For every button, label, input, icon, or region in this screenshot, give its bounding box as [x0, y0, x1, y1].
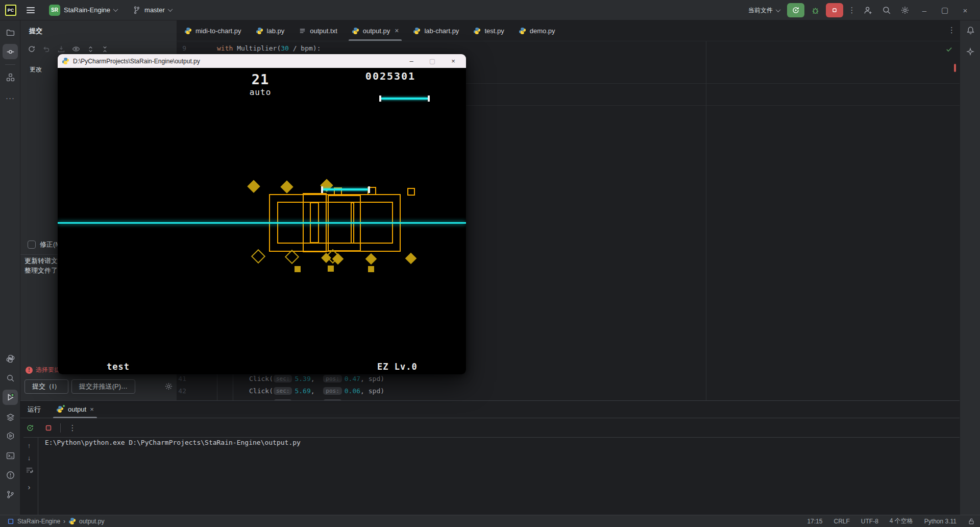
- run-panel-title: 运行: [20, 405, 50, 414]
- project-name: StaRain-Engine: [64, 6, 110, 14]
- more-toolwindows-button[interactable]: ···: [3, 90, 18, 105]
- run-options-kebab[interactable]: ⋮: [66, 421, 79, 435]
- collapse-all-icon[interactable]: [101, 45, 109, 53]
- lock-open-icon[interactable]: [968, 518, 975, 525]
- search-everywhere-button[interactable]: [879, 3, 894, 17]
- run-tab-label: output: [68, 405, 86, 413]
- status-breadcrumb: StaRain-Engine › output.py: [0, 517, 104, 525]
- project-widget[interactable]: SR StaRain-Engine: [45, 3, 121, 18]
- expand-all-icon[interactable]: [87, 45, 94, 53]
- right-toolwindow-stripe: [960, 20, 980, 515]
- debug-button[interactable]: [807, 3, 823, 17]
- settings-gear-icon[interactable]: [897, 3, 913, 17]
- window-close-button[interactable]: ×: [957, 2, 974, 19]
- ai-assistant-toolwindow-button[interactable]: [963, 44, 978, 59]
- game-minimize-button[interactable]: –: [403, 55, 420, 67]
- window-minimize-button[interactable]: –: [916, 2, 933, 19]
- status-interpreter[interactable]: Python 3.11: [924, 518, 957, 525]
- run-tab-output[interactable]: output ×: [50, 401, 100, 418]
- note-square-filled: [368, 266, 374, 272]
- pycharm-window: PC SR StaRain-Engine master 当前文件: [0, 0, 980, 527]
- game-maximize-button[interactable]: ▢: [424, 55, 441, 67]
- preview-diff-eye-icon[interactable]: [72, 45, 80, 53]
- status-time: 17:15: [807, 518, 822, 525]
- amend-checkbox[interactable]: [28, 241, 36, 249]
- run-tab-close-icon[interactable]: ×: [90, 405, 94, 413]
- changes-section-label[interactable]: 更改: [30, 65, 42, 74]
- commit-toolwindow-button[interactable]: [3, 44, 18, 59]
- console-output-line: E:\Python\python.exe D:\PyCharmProjects\…: [45, 439, 301, 446]
- find-toolwindow-button[interactable]: [3, 370, 18, 386]
- status-indent[interactable]: 4 个空格: [890, 517, 913, 525]
- run-config-selector[interactable]: 当前文件: [744, 4, 784, 17]
- commit-button[interactable]: 提交（I）: [24, 379, 68, 394]
- tab-close-icon[interactable]: ×: [395, 27, 399, 35]
- vcs-widget[interactable]: master: [129, 4, 176, 16]
- rerun-icon[interactable]: [23, 421, 37, 435]
- status-line-ending[interactable]: CRLF: [834, 518, 849, 525]
- tab-output-txt[interactable]: output.txt: [291, 20, 344, 41]
- python-console-toolwindow-button[interactable]: [3, 428, 18, 443]
- tab-lab[interactable]: lab.py: [249, 20, 292, 41]
- scroll-down-icon[interactable]: ↓: [28, 454, 31, 462]
- tab-demo[interactable]: demo.py: [511, 20, 562, 41]
- commit-and-push-button[interactable]: 提交并推送(P)…: [71, 379, 135, 394]
- tab-label: demo.py: [530, 27, 555, 35]
- breadcrumb-file[interactable]: output.py: [79, 518, 104, 525]
- rollback-icon[interactable]: [42, 45, 51, 53]
- note-diamond-outline: [285, 250, 299, 264]
- commit-toolbar: [28, 45, 109, 53]
- stop-process-icon[interactable]: [42, 421, 55, 435]
- python-icon: [256, 27, 263, 35]
- soft-wrap-icon[interactable]: [26, 466, 33, 474]
- running-indicator: [62, 404, 66, 408]
- note-diamond-filled: [247, 180, 260, 193]
- structure-toolwindow-button[interactable]: [3, 69, 18, 85]
- expand-console-chevron[interactable]: ›: [28, 483, 31, 491]
- game-close-button[interactable]: ×: [445, 55, 462, 67]
- version-control-toolwindow-button[interactable]: [3, 487, 18, 502]
- line-number[interactable]: 9: [177, 44, 198, 52]
- run-panel-toolbar: ⋮: [23, 418, 960, 438]
- editor-tab-bar: midi-to-chart.py lab.py output.txt outpu…: [177, 20, 960, 41]
- breadcrumb-project[interactable]: StaRain-Engine: [17, 518, 60, 525]
- chevron-down-icon: [113, 7, 118, 12]
- more-actions-kebab[interactable]: ⋮: [846, 2, 857, 19]
- tab-test[interactable]: test.py: [466, 20, 511, 41]
- code-line-9: 9 with Multiplier(30 / bpm):: [177, 42, 321, 54]
- python-packages-toolwindow-button[interactable]: [3, 351, 18, 366]
- param-hint: pos:: [323, 375, 342, 382]
- inspections-ok-check-icon[interactable]: [945, 45, 953, 53]
- project-toolwindow-button[interactable]: [3, 25, 18, 40]
- tab-lab-chart[interactable]: lab-chart.py: [406, 20, 466, 41]
- scroll-up-icon[interactable]: ↑: [28, 442, 31, 449]
- tab-midi-to-chart[interactable]: midi-to-chart.py: [177, 20, 249, 41]
- code-with-me-button[interactable]: [861, 3, 876, 17]
- run-toolwindow: 运行 output × ⋮ ↑ ↓: [20, 400, 960, 515]
- status-encoding[interactable]: UTF-8: [861, 518, 878, 525]
- branch-name: master: [144, 6, 165, 14]
- text-file-icon: [299, 27, 306, 35]
- terminal-toolwindow-button[interactable]: [3, 448, 18, 463]
- tab-options-kebab[interactable]: ⋮: [948, 26, 955, 35]
- main-menu-button[interactable]: [23, 4, 38, 16]
- shelve-icon[interactable]: [57, 45, 65, 53]
- tab-output-py[interactable]: output.py ×: [345, 20, 406, 41]
- notifications-bell-icon[interactable]: [963, 22, 978, 38]
- run-toolwindow-button[interactable]: [3, 390, 18, 405]
- line-number[interactable]: 41: [177, 375, 198, 382]
- window-maximize-button[interactable]: ▢: [936, 2, 953, 19]
- stop-button[interactable]: [826, 3, 843, 17]
- refresh-icon[interactable]: [28, 45, 36, 53]
- right-margin-guide: [706, 41, 706, 400]
- scrollbar-error-mark[interactable]: [954, 64, 956, 72]
- problems-toolwindow-button[interactable]: [3, 467, 18, 483]
- services-layers-toolwindow-button[interactable]: [3, 410, 18, 425]
- project-avatar: SR: [49, 5, 60, 16]
- commit-message-line[interactable]: 整理文件了: [24, 266, 58, 275]
- game-window-title-bar[interactable]: D:\PyCharmProjects\StaRain-Engine\output…: [58, 54, 466, 68]
- line-number[interactable]: 42: [177, 387, 198, 395]
- commit-options-gear-icon[interactable]: [164, 382, 173, 391]
- rerun-button[interactable]: [787, 3, 804, 17]
- tab-label: test.py: [484, 27, 504, 35]
